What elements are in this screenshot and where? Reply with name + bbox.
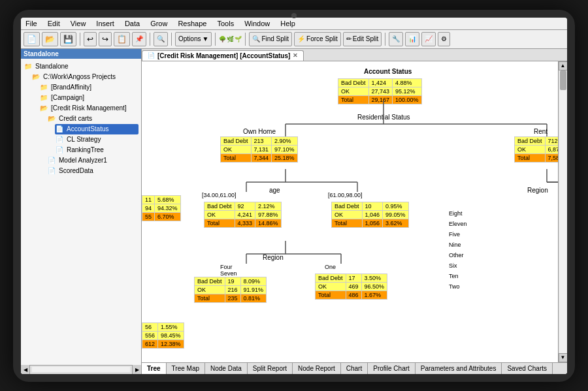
tab-splitreport[interactable]: Split Report	[248, 363, 293, 374]
copy-icon: 📋	[117, 35, 127, 44]
tablet-frame: File Edit View Insert Data Grow Reshape …	[13, 10, 575, 382]
toolbar-btn-redo[interactable]: ↪	[99, 32, 112, 46]
menu-help[interactable]: Help	[278, 19, 297, 28]
toolbar-btn-search[interactable]: 🔍	[154, 32, 168, 46]
account-status-node: Bad Debt1,4244.88% OK27,74395.12% Total2…	[338, 78, 422, 104]
projects-folder-icon: 📂	[31, 72, 41, 82]
edit-split-button[interactable]: ✏ Edit Split	[343, 32, 382, 46]
close-tab-btn[interactable]: ✕	[293, 52, 298, 59]
bottom-tabs: Tree Tree Map Node Data Split Report Nod…	[142, 362, 567, 374]
sidebar-item-credit-cards[interactable]: 📂 Credit carts	[47, 114, 139, 124]
hscroll-right-btn[interactable]: ▶	[132, 365, 141, 374]
sidebar-item-campaign[interactable]: 📁 [Campaign]	[39, 93, 139, 103]
doc-tab-bar: 📄 [Credit Risk Management] [AccountStatu…	[142, 49, 567, 61]
own-home-node: Bad Debt2132.90% OK7,13197.10% Total7,34…	[220, 136, 298, 163]
one-label: One	[325, 264, 336, 270]
tab-nodedata[interactable]: Node Data	[205, 363, 248, 374]
search-icon: 🔍	[157, 35, 165, 42]
tab-nodereport[interactable]: Node Report	[293, 363, 341, 374]
tab-chart[interactable]: Chart	[341, 363, 368, 374]
toolbar-sep-6	[385, 33, 385, 46]
menu-data[interactable]: Data	[123, 19, 142, 28]
find-split-button[interactable]: 🔍 Find Split	[249, 32, 292, 46]
toolbar-btn-copy[interactable]: 📋	[114, 32, 130, 46]
sidebar-item-projects[interactable]: 📂 C:\Work\Angoss Projects	[31, 72, 139, 82]
sidebar-item-model-analyzer[interactable]: 📄 Model Analyzer1	[47, 155, 139, 166]
toolbar-sep-2	[150, 33, 150, 46]
tree-area[interactable]: 📁 Standalone 📂 C:\Work\Angoss Projects 📁	[21, 59, 141, 365]
options-button[interactable]: Options ▼	[175, 32, 212, 46]
scroll-down-btn[interactable]: ▼	[559, 353, 568, 362]
sidebar-item-cl-strategy[interactable]: 📄 CL Strategy	[55, 134, 139, 145]
menu-view[interactable]: View	[69, 19, 88, 28]
find-split-icon: 🔍	[252, 35, 260, 42]
doc-tab-account-status[interactable]: 📄 [Credit Risk Management] [AccountStatu…	[142, 50, 304, 61]
tab-parameters[interactable]: Parameters and Attributes	[416, 363, 502, 374]
standalone-label: Standalone	[24, 50, 59, 57]
toolbar-btn-extra2[interactable]: 📊	[405, 32, 419, 46]
left-panel-hscroll[interactable]: ◀ ▶	[21, 365, 141, 374]
scroll-track[interactable]	[559, 70, 567, 353]
right-area-inner: Account Status Bad Debt1,4244.88% OK27,7…	[142, 61, 567, 362]
doc-tab-label: [Credit Risk Management] [AccountStatus]	[157, 52, 290, 59]
menu-file[interactable]: File	[24, 19, 39, 28]
toolbar-btn-open[interactable]: 📂	[42, 32, 58, 46]
toolbar-btn-paste[interactable]: 📌	[132, 32, 146, 46]
campaign-label: [Campaign]	[51, 94, 84, 101]
age-node2: Bad Debt100.95% OK1,04699.05% Total1,056…	[331, 202, 409, 228]
sidebar-item-brand[interactable]: 📁 [BrandAffinity]	[39, 82, 139, 93]
sidebar-item-scored-data[interactable]: 📄 ScoredData	[47, 166, 139, 176]
menu-tools[interactable]: Tools	[215, 19, 236, 28]
menu-insert[interactable]: Insert	[94, 19, 116, 28]
toolbar-btn-extra1[interactable]: 🔧	[389, 32, 403, 46]
menu-window[interactable]: Window	[242, 19, 272, 28]
screen: File Edit View Insert Data Grow Reshape …	[21, 18, 567, 374]
doc-icon-small: 📄	[148, 52, 155, 59]
paste-icon: 📌	[135, 35, 143, 42]
force-split-button[interactable]: ⚡ Force Split	[294, 32, 341, 46]
sidebar-item-account-status[interactable]: 📄 AccountStatus	[55, 124, 139, 134]
scroll-thumb[interactable]	[560, 70, 566, 90]
tree-icon-2: 🌿	[227, 36, 234, 42]
cl-strategy-doc-icon: 📄	[55, 135, 64, 144]
main-area: Standalone 📁 Standalone 📂 C:\Work\Angoss…	[21, 49, 567, 374]
toolbar-btn-extra3[interactable]: 📈	[421, 32, 436, 46]
find-split-label: Find Split	[261, 35, 289, 42]
hscroll-left-btn[interactable]: ◀	[21, 365, 30, 374]
nav-tree: 📁 Standalone 📂 C:\Work\Angoss Projects 📁	[22, 60, 140, 178]
scroll-up-btn[interactable]: ▲	[559, 61, 568, 70]
toolbar-btn-save[interactable]: 💾	[60, 32, 76, 46]
tree-svg-area[interactable]: Account Status Bad Debt1,4244.88% OK27,7…	[142, 61, 558, 362]
own-home-label: Own Home	[243, 128, 276, 135]
age-label: age	[269, 187, 280, 194]
vertical-scrollbar[interactable]: ▲ ▼	[558, 61, 567, 362]
menu-grow[interactable]: Grow	[148, 19, 169, 28]
menu-reshape[interactable]: Reshape	[176, 19, 208, 28]
sidebar-item-credit-risk[interactable]: 📂 [Credit Risk Management]	[39, 103, 139, 114]
tab-savedcharts[interactable]: Saved Charts	[502, 363, 553, 374]
model-analyzer-icon: 📄	[47, 156, 56, 165]
sidebar-item-ranking-tree[interactable]: 📄 RankingTree	[55, 145, 139, 155]
four-seven-node: Bad Debt198.09% OK21691.91% Total2350.81…	[194, 277, 267, 303]
ranking-tree-doc-icon: 📄	[55, 146, 64, 155]
toolbar-sep-3	[171, 33, 172, 46]
undo-icon: ↩	[87, 35, 93, 44]
left-panel-header: Standalone	[21, 49, 141, 59]
open-icon: 📂	[45, 35, 55, 44]
sidebar-item-standalone[interactable]: 📁 Standalone	[24, 61, 139, 72]
toolbar-sep-5	[245, 33, 246, 46]
tab-tree[interactable]: Tree	[142, 363, 167, 374]
toolbar-btn-undo[interactable]: ↩	[84, 32, 97, 46]
toolbar-btn-new[interactable]: 📄	[24, 32, 40, 46]
tab-treemap[interactable]: Tree Map	[167, 363, 205, 374]
force-split-label: Force Split	[306, 35, 338, 42]
tab-profilechart[interactable]: Profile Chart	[368, 363, 416, 374]
age-node1: Bad Debt922.12% OK4,24197.88% Total4,333…	[204, 202, 282, 228]
save-icon: 💾	[63, 35, 73, 44]
region-one-node: Bad Debt173.50% OK46996.50% Total4861.67…	[315, 274, 387, 300]
toolbar-btn-extra4[interactable]: ⚙	[438, 32, 450, 46]
scored-data-label: ScoredData	[59, 167, 93, 174]
menu-edit[interactable]: Edit	[46, 19, 62, 28]
credit-cards-folder-icon: 📂	[47, 114, 56, 123]
region-label-ownhome: Region	[263, 254, 284, 261]
